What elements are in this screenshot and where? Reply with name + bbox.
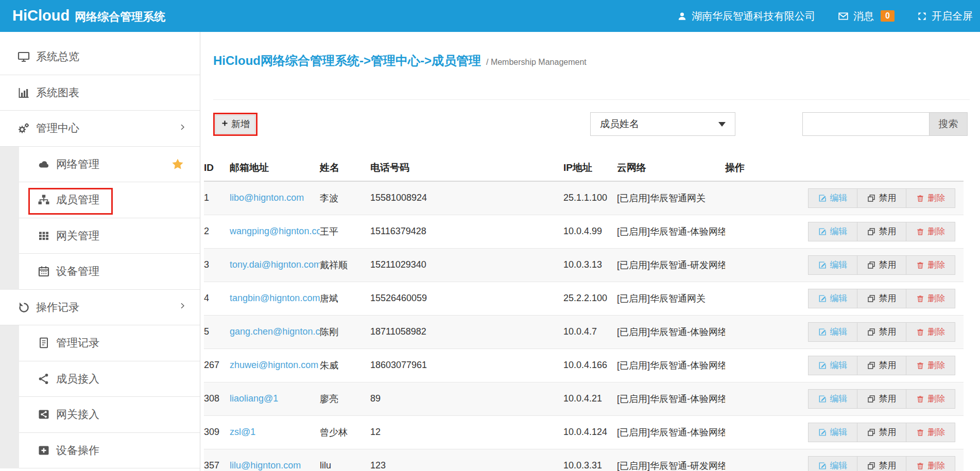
email-link[interactable]: tangbin@hignton.com [230, 293, 320, 303]
email-link[interactable]: tony.dai@hignton.com [230, 259, 320, 270]
sidebar-item-system-overview[interactable]: 系统总览 [0, 39, 200, 75]
email-link[interactable]: wangping@hignton.com [230, 226, 320, 236]
main-content: HiCloud网络综合管理系统->管理中心->成员管理 / Membership… [201, 32, 980, 471]
disable-button[interactable]: 禁用 [857, 188, 906, 208]
sidebar-item-member-mgmt[interactable]: 成员管理 [19, 182, 200, 218]
email-link[interactable]: gang.chen@hignton.com [230, 326, 320, 337]
disable-button[interactable]: 禁用 [857, 222, 906, 241]
sidebar-item-member-access[interactable]: 成员接入 [19, 361, 200, 397]
messages-button[interactable]: 消息 0 [838, 9, 895, 23]
delete-button[interactable]: 删除 [906, 289, 955, 308]
table-row: 308liaoliang@1廖亮8910.0.4.21[已启用]华辰智通-体验网… [204, 382, 964, 415]
sidebar-item-label: 设备操作 [56, 443, 99, 458]
clone-icon [867, 194, 875, 202]
sidebar-item-device-mgmt[interactable]: 设备管理 [19, 254, 200, 290]
delete-button[interactable]: 删除 [906, 356, 955, 375]
sidebar-item-label: 设备管理 [56, 264, 99, 278]
cell-network: [已启用]华辰智通-体验网络 [617, 315, 725, 348]
account-menu[interactable]: 湖南华辰智通科技有限公司 [677, 9, 815, 23]
sidebar-item-label: 操作记录 [36, 300, 79, 315]
clone-icon [867, 395, 875, 403]
disable-button[interactable]: 禁用 [857, 322, 906, 342]
email-link[interactable]: liaoliang@1 [230, 393, 278, 404]
delete-button[interactable]: 删除 [906, 188, 955, 208]
filter-dropdown[interactable]: 成员姓名 [590, 112, 735, 136]
delete-button[interactable]: 删除 [906, 255, 955, 275]
add-button[interactable]: 新增 [215, 115, 255, 134]
edit-button[interactable]: 编辑 [808, 188, 857, 208]
cloud-icon [38, 158, 50, 170]
delete-button-label: 删除 [928, 292, 945, 304]
clone-icon [867, 328, 875, 336]
pencil-icon [818, 462, 827, 470]
column-header: 姓名 [320, 154, 370, 181]
column-header: ID [204, 154, 230, 181]
disable-button[interactable]: 禁用 [857, 456, 906, 471]
disable-button[interactable]: 禁用 [857, 389, 906, 409]
sidebar-item-operation-log[interactable]: 操作记录 [0, 290, 200, 326]
email-link[interactable]: zhuwei@hignton.com [230, 360, 318, 370]
search-input[interactable] [802, 112, 929, 136]
cell-name: 陈刚 [320, 315, 370, 348]
cell-network: [已启用]华辰智通-研发网络 [617, 248, 725, 282]
cell-network: [已启用]华辰智通-体验网络 [617, 415, 725, 449]
document-icon [38, 337, 50, 349]
delete-button[interactable]: 删除 [906, 389, 955, 409]
brand-subtitle: 网络综合管理系统 [75, 9, 165, 25]
cell-phone: 15526460059 [370, 282, 563, 315]
sidebar-item-label: 成员管理 [56, 193, 99, 207]
delete-button-label: 删除 [928, 460, 945, 471]
cell-network: [已启用]华辰智通-研发网络 [617, 449, 725, 471]
sidebar-item-system-charts[interactable]: 系统图表 [0, 75, 200, 111]
table-row: 1libo@hignton.com李波1558100892425.1.1.100… [204, 181, 964, 215]
email-link[interactable]: zsl@1 [230, 427, 255, 437]
edit-button-label: 编辑 [830, 426, 848, 438]
edit-button[interactable]: 编辑 [808, 423, 857, 442]
delete-button-label: 删除 [928, 326, 945, 338]
edit-button[interactable]: 编辑 [808, 356, 857, 375]
edit-button[interactable]: 编辑 [808, 456, 857, 471]
delete-button[interactable]: 删除 [906, 222, 955, 241]
sidebar-item-gateway-access[interactable]: 网关接入 [19, 397, 200, 433]
share-square-icon [38, 408, 50, 421]
pencil-icon [818, 328, 827, 336]
clone-icon [867, 228, 875, 236]
disable-button[interactable]: 禁用 [857, 423, 906, 442]
edit-button[interactable]: 编辑 [808, 255, 857, 275]
edit-button[interactable]: 编辑 [808, 389, 857, 409]
toolbar: 新增 成员姓名 搜索 [213, 112, 968, 136]
disable-button[interactable]: 禁用 [857, 255, 906, 275]
sidebar-item-admin-center[interactable]: 管理中心 [0, 111, 200, 147]
cell-phone: 15211029340 [370, 248, 563, 282]
edit-button[interactable]: 编辑 [808, 322, 857, 342]
sidebar-item-gateway-mgmt[interactable]: 网关管理 [19, 218, 200, 254]
cell-id: 357 [204, 449, 230, 471]
sidebar-item-admin-log[interactable]: 管理记录 [19, 325, 200, 361]
edit-button[interactable]: 编辑 [808, 222, 857, 241]
fullscreen-button[interactable]: 开启全屏 [917, 9, 973, 23]
brand-name: HiCloud [12, 7, 70, 24]
delete-button[interactable]: 删除 [906, 456, 955, 471]
cell-ip: 10.0.3.13 [563, 248, 617, 282]
edit-button[interactable]: 编辑 [808, 289, 857, 308]
edit-button-label: 编辑 [830, 460, 848, 471]
disable-button[interactable]: 禁用 [857, 289, 906, 308]
sidebar-item-network-mgmt[interactable]: 网络管理 [19, 147, 200, 183]
cell-name: 王平 [320, 215, 370, 248]
messages-count-badge: 0 [881, 10, 895, 22]
email-link[interactable]: lilu@hignton.com [230, 460, 301, 470]
cell-name: 李波 [320, 181, 370, 215]
star-icon[interactable] [171, 158, 184, 171]
delete-button[interactable]: 删除 [906, 322, 955, 342]
disable-button[interactable]: 禁用 [857, 356, 906, 375]
sidebar-item-device-operation[interactable]: 设备操作 [19, 433, 200, 469]
edit-button-label: 编辑 [830, 359, 848, 371]
email-link[interactable]: libo@hignton.com [230, 193, 304, 203]
pencil-icon [818, 361, 827, 370]
cell-ip: 25.2.2.100 [563, 282, 617, 315]
search-button[interactable]: 搜索 [929, 112, 968, 136]
trash-icon [916, 261, 924, 269]
delete-button[interactable]: 删除 [906, 423, 955, 442]
cell-phone: 18603077961 [370, 348, 563, 382]
table-row: 3tony.dai@hignton.com戴祥顺1521102934010.0.… [204, 248, 964, 282]
